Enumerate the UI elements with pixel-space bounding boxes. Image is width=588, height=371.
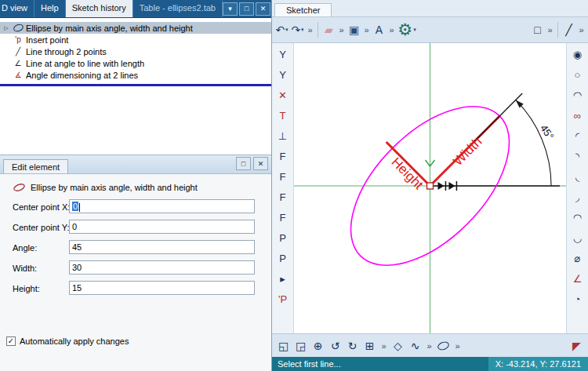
settings-gear[interactable]: ⚙▾ [397,20,417,39]
undo-button[interactable]: ↶▾ [274,20,289,39]
history-item-line-2-points[interactable]: ╱ Line through 2 points [0,45,271,57]
history-item-angle-dimension[interactable]: ∡ Angle dimensioning at 2 lines [0,69,271,81]
text-tool[interactable]: A [372,20,387,39]
diameter-dimension-tool[interactable]: ⌀ [569,249,586,267]
erase-overflow[interactable]: » [337,20,346,39]
tab-help[interactable]: Help [34,0,66,17]
center-point-x-input[interactable]: 0 [69,199,255,213]
line-overflow[interactable]: » [577,20,586,39]
insert-point-tool[interactable]: 'P [274,290,292,307]
expand-arrow-icon[interactable]: ▷ [2,25,10,31]
tab-table-ellipses2[interactable]: Table - ellipses2.tab [133,0,223,17]
line-tool[interactable]: ╱ [561,20,576,39]
close-icon[interactable]: ✕ [253,157,268,170]
drop-indicator [0,84,271,86]
center-point-y-input[interactable]: 0 [69,220,255,234]
circle-center-tool[interactable]: ◉ [569,45,586,63]
sketcher-panel: Sketcher ↶▾↷▾»▰»▣»A»⚙▾□»╱» YY✕T⊥FFFFPP▸'… [271,0,588,371]
close-icon[interactable]: ✕ [256,2,270,16]
rotate-cw-tool[interactable]: ↻ [345,336,360,355]
edit-element-body: Ellipse by main axis angle, width and he… [0,174,271,371]
spline-overflow[interactable]: » [425,336,434,355]
circle-tool[interactable]: ○ [569,66,586,83]
edit-element-titlebar: Edit element □ ✕ [0,155,271,174]
rotate-ccw-tool[interactable]: ↺ [328,336,343,355]
angle-reference-line[interactable] [474,93,522,142]
history-item-insert-point[interactable]: 'p Insert point [0,34,271,45]
tab-sketch-history[interactable]: Sketch history [66,0,133,17]
constraint-y2-tool[interactable]: Y [274,66,292,83]
corner-tool[interactable]: ◤ [569,336,584,355]
undo-overflow[interactable]: » [306,20,314,39]
arc-tool-3[interactable]: ◟ [569,168,586,185]
width-input[interactable]: 30 [69,260,255,275]
auto-apply-checkbox[interactable]: ✓ Automatically apply changes [6,336,129,346]
arc-3-point-tool[interactable]: ◠ [569,86,586,104]
ellipse-tool[interactable] [436,336,451,355]
tangent-tool[interactable]: T [274,107,292,124]
circle-2-point-tool[interactable]: ∞ [569,107,586,124]
field-label: Angle: [13,243,37,253]
polygon-tool[interactable]: ◇ [390,336,405,355]
sketcher-bottom-toolbar: ◱◲⊕↺↻⊞»◇∿»»◤ [272,333,588,357]
sketch-drawing: 45° Width Height [294,43,566,333]
history-item-ellipse[interactable]: ▷ Ellipse by main axis angle, width and … [0,22,271,34]
field-label: Height: [13,284,40,293]
undo-button-dropdown-icon[interactable]: ▾ [285,27,289,33]
point-constraint-2-tool[interactable]: P [274,249,292,267]
sketcher-main-area: YY✕T⊥FFFFPP▸'P 45° Width Height [272,43,588,333]
maximize-icon[interactable]: □ [239,2,254,16]
stretch-tool[interactable]: ◱ [276,336,291,355]
history-item-line-at-angle[interactable]: ∠ Line at angle to line with length [0,57,271,69]
angle-input[interactable]: 45 [69,240,255,254]
angle-dimension-tool[interactable]: ∠ [569,270,586,287]
copy-overflow[interactable]: » [362,20,371,39]
marker-tool[interactable]: ▸ [274,270,292,287]
move-tool[interactable]: ◲ [293,336,308,355]
arc-tool-5[interactable]: ◠ [569,209,586,226]
perpendicular-tool[interactable]: ⊥ [274,127,292,144]
text-overflow[interactable]: » [387,20,396,39]
maximize-icon[interactable]: □ [236,157,251,170]
checkbox-check-icon: ✓ [6,336,16,346]
arc-tool-2[interactable]: ◝ [569,147,586,165]
spline-tool[interactable]: ∿ [408,336,423,355]
snap-overflow[interactable]: » [379,336,388,355]
tab-3d-view[interactable]: D view [0,0,34,17]
delete-constraint-tool[interactable]: ✕ [274,86,292,104]
ellipse-overflow[interactable]: » [453,336,462,355]
arc-tool-4[interactable]: ◞ [569,188,586,206]
redo-button[interactable]: ↷▾ [290,20,305,39]
erase-tool[interactable]: ▰ [321,20,336,39]
angle-dimension-label: 45° [538,122,557,142]
snap-center-tool[interactable]: ⊕ [310,336,325,355]
redo-button-dropdown-icon[interactable]: ▾ [301,27,304,33]
ellipse-icon [13,183,26,192]
tab-sketcher[interactable]: Sketcher [274,3,332,16]
line-2-points-icon: ╱ [13,47,24,56]
constraint-y1-tool[interactable]: Y [274,45,292,63]
settings-gear-dropdown-icon[interactable]: ▾ [413,27,416,33]
point-constraint-1-tool[interactable]: P [274,229,292,246]
fix-constraint-4-tool[interactable]: F [274,209,292,226]
field-row: Center point Y: 0 [13,220,271,235]
copy-tool[interactable]: ▣ [347,20,361,39]
field-label: Center point Y: [13,223,70,232]
rectangle-overflow[interactable]: » [546,20,554,39]
arc-tool-6[interactable]: ◡ [569,229,586,246]
angle-dimension-arc[interactable] [516,100,551,186]
radius-dimension-tool[interactable]: ◔ [569,290,586,307]
fix-constraint-3-tool[interactable]: F [274,188,292,206]
history-list: ▷ Ellipse by main axis angle, width and … [0,18,271,158]
sketch-canvas[interactable]: 45° Width Height [294,43,566,333]
right-tool-strip: ◉○◠∞◜◝◟◞◠◡⌀∠◔ [566,43,588,333]
center-point-marker[interactable] [427,183,434,189]
height-input[interactable]: 15 [69,281,255,295]
arc-tool-1[interactable]: ◜ [569,127,586,144]
fix-constraint-1-tool[interactable]: F [274,147,292,165]
rectangle-tool[interactable]: □ [530,20,545,39]
history-item-label: Insert point [26,35,68,45]
tab-list-dropdown-icon[interactable]: ▾ [223,2,238,16]
fix-constraint-2-tool[interactable]: F [274,168,292,185]
grid-snap-tool[interactable]: ⊞ [362,336,377,355]
